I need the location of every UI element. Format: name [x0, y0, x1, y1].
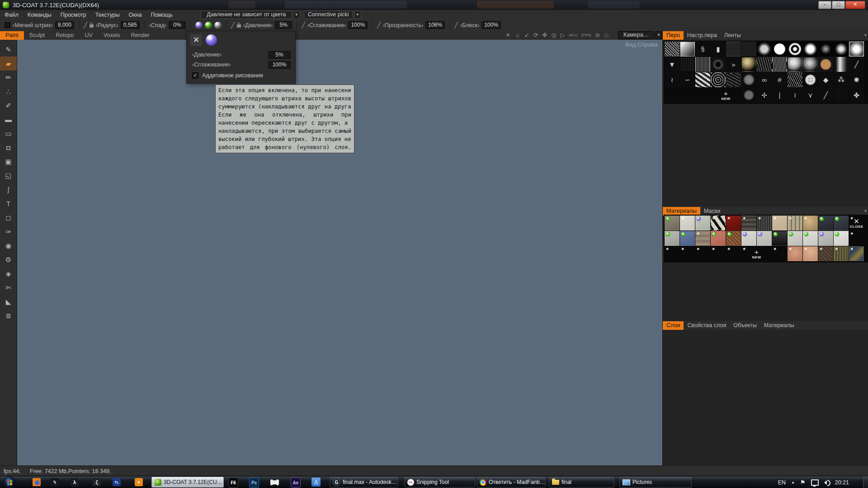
material-thumb[interactable]: [665, 231, 679, 246]
brush-blobs[interactable]: ⁂: [834, 72, 849, 87]
material-thumb[interactable]: [757, 231, 772, 246]
material-thumb[interactable]: [849, 246, 864, 261]
brush-thumb[interactable]: [665, 88, 679, 103]
brush-leaf[interactable]: ✤: [849, 88, 864, 103]
brush-scratch-line[interactable]: ╱: [849, 57, 864, 72]
material-thumb[interactable]: [788, 231, 802, 246]
tab-sculpt[interactable]: Sculpt: [24, 31, 51, 40]
brush-pyramid[interactable]: ◆: [818, 72, 833, 87]
brush-noise[interactable]: [665, 42, 679, 56]
brush-soft-glow[interactable]: [834, 42, 849, 56]
brush-rings[interactable]: ∞: [757, 72, 772, 87]
pressure-label[interactable]: ‹Давление›: [243, 22, 273, 28]
soft-stroke-value[interactable]: 8,000: [55, 21, 74, 29]
material-thumb[interactable]: [711, 246, 726, 261]
material-thumb[interactable]: [818, 231, 833, 246]
language-indicator[interactable]: EN: [778, 479, 786, 486]
material-thumb[interactable]: [695, 231, 710, 246]
tab-voxels[interactable]: Voxels: [98, 31, 126, 40]
menu-windows[interactable]: Окна: [124, 12, 146, 18]
quicklaunch-app-icon-3[interactable]: λ: [71, 478, 79, 486]
popup-pressure-value[interactable]: 5%: [268, 51, 291, 59]
ignore-backfaces-icon[interactable]: ⊘: [595, 32, 600, 38]
brush-chevrons[interactable]: »: [726, 57, 741, 72]
brush-soft-disc[interactable]: [803, 42, 818, 56]
material-thumb[interactable]: [803, 231, 818, 246]
lock-icon[interactable]: [237, 24, 241, 28]
material-thumb[interactable]: [741, 231, 756, 246]
material-thumb[interactable]: [834, 231, 849, 246]
brush-stipple-disc-2[interactable]: [741, 88, 756, 103]
radius-label[interactable]: ‹Радиус›: [96, 22, 118, 28]
brush-pore[interactable]: [711, 57, 726, 72]
soft-stroke-label[interactable]: ‹Мягкий штрих›: [13, 22, 53, 28]
camera-dropdown[interactable]: Камера…: [618, 31, 654, 39]
brush-faceted-sphere-2[interactable]: [803, 57, 818, 72]
menu-commands[interactable]: Команды: [23, 12, 56, 18]
additive-painting-label[interactable]: Аддитивное рисование: [202, 72, 263, 79]
brush-stipple-patch[interactable]: [834, 88, 849, 103]
brush-hook[interactable]: ≀: [665, 72, 679, 87]
zoom-view-icon[interactable]: ◎: [551, 32, 556, 38]
brush-squiggle[interactable]: ∽: [680, 72, 695, 87]
taskbar-button-pictures[interactable]: Pictures: [619, 477, 692, 488]
brush-streaks[interactable]: [695, 57, 710, 72]
material-thumb[interactable]: [788, 216, 802, 230]
sun-light-icon[interactable]: ☀: [505, 32, 511, 38]
material-thumb[interactable]: [695, 216, 710, 230]
taskbar-button-chrome[interactable]: Ответить - MadFanb…: [476, 477, 546, 488]
network-icon[interactable]: [811, 479, 819, 486]
material-thumb[interactable]: [665, 216, 679, 230]
brush-scribble-disc[interactable]: ◌: [741, 72, 756, 87]
tab-render[interactable]: Render: [126, 31, 155, 40]
material-thumb[interactable]: [726, 246, 741, 261]
smoothing-value[interactable]: 100%: [348, 21, 368, 29]
taskbar-button-folder-final[interactable]: final: [549, 477, 614, 488]
gem-tool[interactable]: ◈: [0, 267, 17, 281]
minimize-button[interactable]: –: [818, 1, 831, 9]
pressure-mode-dropdown[interactable]: Давление не зависит от цвета: [201, 11, 292, 19]
brush-honeycomb[interactable]: #: [772, 72, 787, 87]
material-thumb[interactable]: [680, 246, 695, 261]
tab-strips[interactable]: Ленты: [721, 31, 745, 40]
eye-tool[interactable]: ◉: [0, 239, 17, 253]
material-thumb[interactable]: [772, 231, 787, 246]
tray-expand-icon[interactable]: ▲: [791, 480, 795, 484]
menu-help[interactable]: Помощь: [146, 12, 177, 18]
menu-textures[interactable]: Текстуры: [91, 12, 124, 18]
knife-tool[interactable]: ✄: [0, 281, 17, 295]
material-thumb[interactable]: [849, 231, 864, 246]
stamp-tool[interactable]: ◘: [0, 141, 17, 155]
brush-hard-disc[interactable]: [772, 42, 787, 56]
material-face-photo[interactable]: [818, 216, 833, 230]
gloss-label[interactable]: ‹Блеск›: [460, 22, 479, 28]
chevron-down-icon[interactable]: ▾: [354, 11, 361, 19]
material-thumb[interactable]: [665, 246, 679, 261]
tab-layer-properties[interactable]: Свойства слоя: [684, 321, 730, 330]
curve-tool[interactable]: ʃ: [0, 183, 17, 197]
menu-file[interactable]: Файл: [0, 12, 23, 18]
brush-thumb[interactable]: [695, 88, 710, 103]
color-channel-sphere[interactable]: [205, 22, 212, 29]
collapse-panel-icon[interactable]: ▾: [864, 208, 867, 213]
brush-curls[interactable]: ≀: [788, 88, 802, 103]
frame-tool[interactable]: ◻: [0, 211, 17, 225]
close-button[interactable]: ✕: [845, 1, 865, 9]
brush-stroke[interactable]: ∣: [772, 88, 787, 103]
settings-tool[interactable]: ⚙: [0, 253, 17, 267]
tab-pen[interactable]: Перо: [663, 31, 684, 40]
tab-uv[interactable]: UV: [80, 31, 98, 40]
f6-app-icon[interactable]: F6: [228, 478, 238, 488]
brush-bullet[interactable]: ▼: [665, 57, 679, 72]
clone-tool[interactable]: ◱: [0, 169, 17, 183]
material-thumb[interactable]: [726, 216, 741, 230]
tl-app-icon[interactable]: TL: [113, 478, 121, 486]
add-material-button[interactable]: + NEW: [741, 246, 772, 261]
material-thumb[interactable]: [772, 246, 787, 261]
chisel-tool[interactable]: ◣: [0, 295, 17, 309]
brush-capsule[interactable]: ▮: [711, 42, 726, 56]
brush-copper-disc[interactable]: [818, 57, 833, 72]
brush-stipple-disc[interactable]: [757, 42, 772, 56]
brush-cubes[interactable]: [680, 42, 695, 56]
brush-dragon[interactable]: [711, 72, 726, 87]
